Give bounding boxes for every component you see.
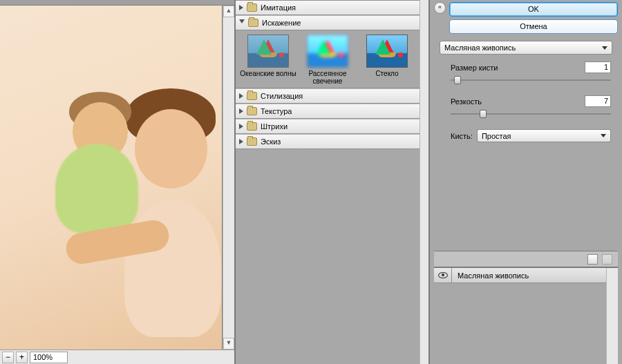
category-distortion[interactable]: Искажение (236, 15, 420, 30)
category-label: Искажение (262, 19, 301, 27)
zoom-field[interactable]: 100% (30, 352, 68, 363)
chevron-right-icon (239, 139, 243, 144)
param-sharpness: Резкость 7 (451, 95, 611, 118)
filter-gallery-root: ▲ ▼ − + 100% Имитация (0, 0, 622, 364)
cancel-button[interactable]: Отмена (449, 19, 618, 34)
param-label: Резкость (451, 97, 482, 106)
filter-thumb-diffuse-glow[interactable]: Рассеянное свечение (298, 35, 357, 85)
filter-name-value: Масляная живопись (444, 44, 516, 52)
brush-type-dropdown[interactable]: Простая (477, 129, 611, 142)
param-label: Кисть: (451, 132, 473, 140)
delete-effect-layer-button[interactable] (602, 254, 612, 265)
param-brush-type: Кисть: Простая (451, 129, 611, 142)
preview-panel: ▲ ▼ − + 100% (0, 0, 236, 364)
distortion-thumbnails: Океанские волны Рассеянное свечение Стек… (236, 30, 420, 88)
ok-button[interactable]: OK (449, 2, 618, 17)
param-brush-size: Размер кисти 1 (451, 61, 611, 84)
filter-name-dropdown[interactable]: Масляная живопись (440, 41, 612, 55)
thumb-image (307, 35, 348, 68)
thumb-caption: Рассеянное свечение (298, 70, 357, 85)
dialog-buttons: « OK Отмена (434, 2, 618, 34)
zoom-out-button[interactable]: − (2, 352, 14, 363)
preview-scroll-area: ▲ ▼ (0, 6, 234, 349)
filter-thumb-ocean-ripple[interactable]: Океанские волны (238, 35, 298, 85)
folder-icon (247, 92, 257, 100)
category-label: Штрихи (261, 122, 288, 131)
category-label: Текстура (261, 107, 292, 115)
new-effect-layer-button[interactable] (587, 254, 598, 265)
collapse-button[interactable]: « (434, 2, 446, 14)
category-texture[interactable]: Текстура (236, 104, 420, 119)
preview-footer: − + 100% (0, 349, 234, 364)
chevron-right-icon (239, 108, 243, 114)
controls-spacer (434, 142, 618, 251)
filter-thumb-glass[interactable]: Стекло (357, 35, 417, 85)
preview-vertical-scrollbar[interactable]: ▲ ▼ (223, 6, 234, 349)
chevron-down-icon (602, 46, 607, 50)
visibility-toggle[interactable] (434, 268, 452, 282)
effect-layers-panel: Масляная живопись (434, 267, 618, 364)
folder-icon (247, 107, 257, 115)
thumb-image (366, 35, 408, 68)
category-sketch[interactable]: Эскиз (236, 134, 420, 149)
brush-type-value: Простая (482, 132, 511, 140)
scroll-down-icon[interactable]: ▼ (223, 338, 234, 349)
category-strokes[interactable]: Штрихи (236, 119, 420, 134)
category-stylize[interactable]: Стилизация (236, 88, 420, 104)
eye-icon (438, 272, 448, 278)
category-label: Стилизация (261, 92, 303, 100)
param-label: Размер кисти (451, 64, 498, 72)
preview-top-spacer (0, 0, 234, 6)
chevron-right-icon (239, 5, 243, 10)
preview-canvas[interactable] (0, 6, 223, 349)
folder-icon (247, 3, 257, 12)
chevron-right-icon (239, 124, 243, 129)
brush-size-slider[interactable] (451, 76, 611, 84)
slider-knob[interactable] (454, 76, 461, 84)
brush-size-input[interactable]: 1 (585, 61, 611, 73)
zoom-in-button[interactable]: + (16, 352, 28, 363)
slider-knob[interactable] (480, 110, 487, 118)
filter-tree-panel: Имитация Искажение Океанские волны (236, 0, 430, 364)
chevron-down-icon (601, 134, 606, 137)
tree-empty-area (236, 182, 420, 365)
category-label: Имитация (261, 3, 296, 12)
category-imitation[interactable]: Имитация (236, 0, 420, 15)
thumb-caption: Океанские волны (238, 70, 298, 77)
chevron-right-icon (239, 93, 243, 99)
effect-layer-row[interactable]: Масляная живопись (434, 268, 606, 283)
scroll-up-icon[interactable]: ▲ (223, 6, 234, 17)
filter-tree-scrollbar[interactable] (420, 0, 428, 364)
chevron-down-icon (239, 19, 245, 26)
sharpness-input[interactable]: 7 (585, 95, 611, 107)
filter-tree: Имитация Искажение Океанские волны (236, 0, 420, 182)
parameters: Размер кисти 1 Резкость 7 К (434, 55, 618, 142)
folder-icon (247, 122, 257, 131)
controls-panel: « OK Отмена Масляная живопись Размер кис… (430, 0, 622, 364)
preview-image (0, 6, 222, 349)
thumb-image (247, 35, 289, 68)
effect-layer-toolbar (434, 251, 618, 267)
effect-layer-name: Масляная живопись (452, 271, 534, 280)
folder-icon (248, 19, 258, 27)
layers-scrollbar[interactable] (606, 268, 618, 364)
effect-layers-list: Масляная живопись (434, 268, 606, 364)
sharpness-slider[interactable] (451, 110, 611, 118)
folder-icon (247, 137, 257, 146)
thumb-caption: Стекло (357, 70, 417, 77)
category-label: Эскиз (261, 137, 281, 146)
